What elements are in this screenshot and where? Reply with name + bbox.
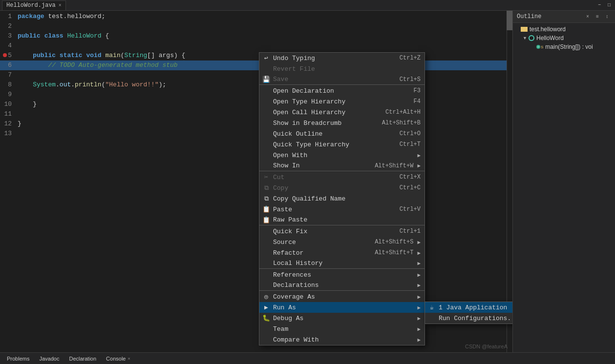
token-txt: [18, 52, 33, 59]
menu-item-open-with[interactable]: Open With▶: [259, 150, 424, 161]
token-txt: }: [18, 120, 21, 127]
token-txt: test.helloword;: [44, 13, 106, 20]
menu-item-references[interactable]: References▶: [259, 269, 424, 280]
scrollbar-thumb[interactable]: [507, 11, 512, 30]
outline-sort-button[interactable]: ↕: [603, 13, 611, 20]
token-txt: }: [18, 101, 37, 108]
menu-item-label: Raw Paste: [273, 216, 421, 223]
menu-item-show-breadcrumb[interactable]: Show in BreadcrumbAlt+Shift+B: [259, 118, 424, 128]
line-number: 2: [0, 21, 16, 31]
menu-item-label: Copy Qualified Name: [273, 195, 421, 202]
menu-item-source[interactable]: SourceAlt+Shift+S▶: [259, 237, 424, 247]
main-area: 1package test.helloword;23public class H…: [0, 11, 615, 352]
submenu-arrow-icon: ▶: [417, 294, 421, 300]
outline-item-package[interactable]: test.helloword: [513, 25, 615, 34]
line-number: 11: [0, 109, 16, 119]
code-line: 7: [0, 70, 512, 80]
line-content: package test.helloword;: [16, 12, 105, 21]
menu-item-shortcut: Ctrl+S: [400, 76, 421, 83]
menu-item-open-type-hierarchy[interactable]: Open Type HierarchyF4: [259, 96, 424, 107]
menu-item-label: Paste: [273, 206, 390, 213]
outline-node-icon: [529, 35, 534, 41]
menu-item-open-call-hierarchy[interactable]: Open Call HierarchyCtrl+Alt+H: [259, 107, 424, 118]
token-kw: public: [18, 32, 41, 40]
code-line: 9: [0, 90, 512, 100]
editor-tab-label: HelloWord.java: [6, 2, 56, 9]
menu-item-quick-outline[interactable]: Quick OutlineCtrl+O: [259, 128, 424, 139]
menu-item-shortcut: Ctrl+X: [400, 174, 421, 181]
outline-title: Outline: [517, 13, 584, 20]
menu-item-open-declaration[interactable]: Open DeclarationF3: [259, 85, 424, 96]
watermark: CSDN @featureA: [465, 344, 508, 349]
menu-item-quick-fix[interactable]: Quick FixCtrl+1: [259, 226, 424, 237]
editor-pane[interactable]: 1package test.helloword;23public class H…: [0, 11, 512, 352]
menu-item-paste[interactable]: 📋PasteCtrl+V: [259, 204, 424, 215]
menu-item-label: Show in Breadcrumb: [273, 120, 372, 127]
window-controls: − □: [595, 1, 613, 9]
bottom-tab-problems[interactable]: Problems: [2, 354, 34, 363]
bottom-tab-declaration[interactable]: Declaration: [64, 354, 101, 363]
minimize-button[interactable]: −: [595, 1, 603, 9]
menu-item-local-history[interactable]: Local History▶: [259, 258, 424, 269]
menu-item-declarations[interactable]: Declarations▶: [259, 280, 424, 291]
menu-item-label: Cut: [273, 174, 390, 181]
menu-item-refactor[interactable]: RefactorAlt+Shift+T▶: [259, 247, 424, 258]
menu-item-quick-type-hierarchy[interactable]: Quick Type HierarchyCtrl+T: [259, 139, 424, 150]
code-line: 8 System.out.println("Hello word!!");: [0, 80, 512, 90]
submenu-arrow-icon: ▶: [417, 162, 421, 169]
menu-item-raw-paste[interactable]: 📋Raw Paste: [259, 215, 424, 225]
bottom-tab-console[interactable]: Console×: [101, 354, 135, 363]
line-number: 9: [0, 90, 16, 100]
code-line: 13: [0, 129, 512, 139]
outline-item-label: HelloWord: [536, 35, 564, 41]
outline-item-method[interactable]: Smain(String[]) : voi: [513, 42, 615, 51]
bottom-tab-label: Javadoc: [39, 356, 59, 362]
submenu-item-run-configs[interactable]: Run Configurations...: [425, 313, 512, 324]
scrollbar-track[interactable]: [507, 11, 512, 352]
menu-item-label: References: [273, 271, 413, 279]
menu-item-label: Open With: [273, 152, 413, 159]
menu-item-show-in[interactable]: Show InAlt+Shift+W▶: [259, 161, 424, 171]
menu-item-compare-with[interactable]: Compare With▶: [259, 334, 424, 345]
submenu-arrow-icon: ▶: [417, 152, 421, 159]
submenu-arrow-icon: ▶: [417, 260, 421, 266]
menu-item-debug-as[interactable]: 🐛Debug As▶: [259, 313, 424, 324]
java-icon: ☕: [428, 303, 436, 311]
outline-chevron-icon: ▼: [523, 36, 529, 40]
menu-item-copy-qualified[interactable]: ⧉Copy Qualified Name: [259, 193, 424, 204]
token-txt: {: [102, 32, 109, 40]
menu-item-shortcut: Ctrl+T: [400, 141, 421, 148]
submenu-item-java-app[interactable]: ☕1 Java ApplicationAlt+Shift+X, J: [425, 302, 512, 313]
line-number: 8: [0, 80, 16, 90]
context-menu[interactable]: ↩Undo TypingCtrl+ZRevert File💾SaveCtrl+S…: [259, 52, 425, 345]
token-kw: package: [18, 13, 44, 20]
breakpoint-dot: [3, 53, 7, 57]
code-line: 2: [0, 21, 512, 31]
code-area: 1package test.helloword;23public class H…: [0, 11, 512, 139]
menu-item-label: Source: [273, 239, 365, 246]
line-number: 5: [0, 51, 16, 61]
menu-item-label: Open Type Hierarchy: [273, 98, 404, 105]
line-number: 1: [0, 12, 16, 21]
outline-close-button[interactable]: ×: [584, 13, 592, 20]
outline-menu-button[interactable]: ≡: [594, 13, 601, 20]
menu-item-label: Compare With: [273, 336, 413, 344]
token-cls: System: [33, 81, 56, 88]
line-number: 6: [0, 61, 16, 70]
bottom-tab-label: Problems: [7, 356, 29, 362]
copyq-icon: ⧉: [262, 195, 270, 202]
editor-tab[interactable]: HelloWord.java ×: [2, 0, 66, 10]
bottom-tabs: ProblemsJavadocDeclarationConsole×: [0, 352, 615, 364]
menu-item-run-as[interactable]: ▶Run As▶☕1 Java ApplicationAlt+Shift+X, …: [259, 302, 424, 313]
outline-item-class[interactable]: ▼HelloWord: [513, 34, 615, 42]
menu-item-shortcut: Ctrl+1: [400, 228, 421, 235]
menu-item-shortcut: Alt+Shift+S: [375, 239, 413, 245]
menu-item-coverage-as[interactable]: ◎Coverage As▶: [259, 291, 424, 302]
menu-item-team[interactable]: Team▶: [259, 324, 424, 334]
bottom-tab-label: Console: [106, 356, 126, 362]
bottom-tab-close[interactable]: ×: [127, 356, 130, 361]
restore-button[interactable]: □: [605, 1, 613, 9]
menu-item-undo[interactable]: ↩Undo TypingCtrl+Z: [259, 53, 424, 63]
editor-tab-close[interactable]: ×: [59, 3, 62, 8]
bottom-tab-javadoc[interactable]: Javadoc: [34, 354, 64, 363]
